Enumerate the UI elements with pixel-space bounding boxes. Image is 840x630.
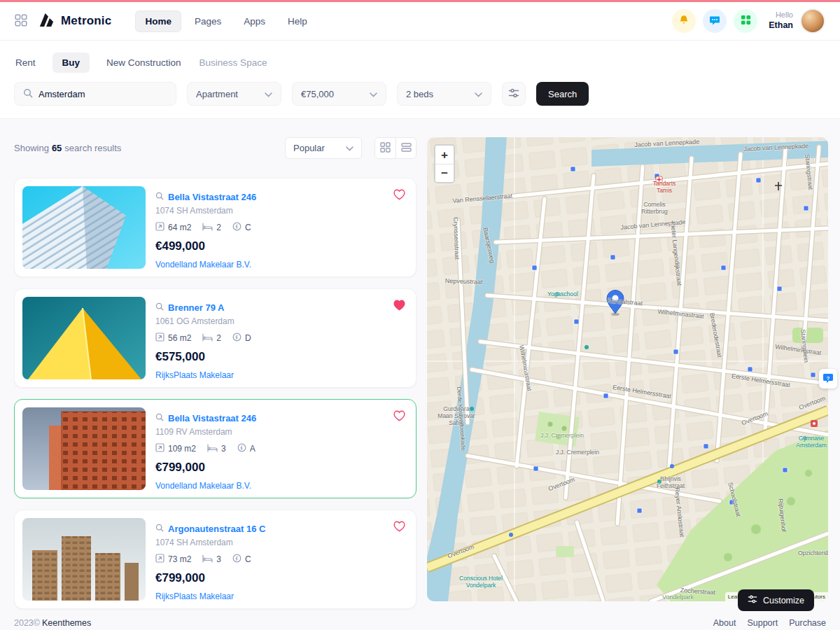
search-input[interactable] (38, 89, 167, 99)
search-filter-row: Apartment €75,000 2 beds Search (14, 82, 826, 106)
results-count-text: Showing 65 search results (14, 143, 121, 153)
zoom-link-icon (155, 413, 164, 424)
chevron-down-icon (265, 89, 272, 99)
nav-item-help[interactable]: Help (279, 11, 316, 31)
map-street-label: Tandarts Tamis (650, 181, 679, 195)
property-photo[interactable] (22, 407, 146, 490)
property-card[interactable]: Bella Vistastraat 246 1109 RV Amsterdam … (14, 399, 416, 498)
energy-value: D (245, 333, 251, 343)
property-photo[interactable] (22, 186, 146, 269)
energy-label-icon (232, 222, 241, 233)
location-search-field[interactable] (14, 82, 176, 106)
property-card[interactable]: Brenner 79 A 1061 OG Amsterdam 56 m2 2 D… (14, 288, 416, 388)
energy-value: C (245, 554, 251, 564)
messages-button[interactable] (703, 9, 727, 33)
property-address: 1074 SH Amsterdam (155, 206, 256, 216)
energy-label-icon (232, 554, 241, 565)
favorite-button[interactable] (393, 299, 406, 313)
property-title-link[interactable]: Brenner 79 A (168, 302, 224, 313)
nav-item-pages[interactable]: Pages (186, 11, 230, 31)
property-title-link[interactable]: Bella Vistastraat 246 (168, 413, 256, 424)
nav-item-home[interactable]: Home (135, 10, 181, 32)
footer-link-about[interactable]: About (713, 618, 736, 628)
area-icon (155, 554, 164, 565)
property-title-link[interactable]: Bella Vistastraat 246 (168, 192, 256, 202)
property-features: 64 m2 2 C (155, 222, 256, 233)
bell-icon (678, 15, 690, 28)
user-avatar[interactable] (800, 8, 825, 34)
brand-name: Metronic (61, 14, 111, 28)
zoom-link-icon (155, 192, 164, 202)
tab-rent[interactable]: Rent (14, 52, 37, 73)
favorite-button[interactable] (393, 410, 406, 424)
chat-bubble-icon (709, 15, 720, 28)
area-icon (155, 443, 164, 454)
copyright: 2023©Keenthemes (14, 618, 91, 628)
notifications-button[interactable] (672, 9, 696, 33)
brand-logo[interactable]: Metronic (38, 12, 111, 30)
list-view-button[interactable] (396, 138, 416, 158)
customize-button[interactable]: Customize (738, 589, 814, 611)
nav-item-apps[interactable]: Apps (234, 11, 274, 31)
agent-link[interactable]: Vondelland Makelaar B.V. (155, 481, 251, 491)
tab-business-space[interactable]: Business Space (198, 52, 269, 73)
beds-select[interactable]: 2 beds (397, 82, 491, 106)
grid-view-button[interactable] (375, 138, 396, 158)
property-title-link[interactable]: Argonautenstraat 16 C (168, 524, 265, 534)
agent-link[interactable]: Vondelland Makelaar B.V. (155, 260, 251, 270)
property-photo[interactable] (22, 297, 146, 379)
tab-buy[interactable]: Buy (52, 52, 90, 73)
property-card[interactable]: Bella Vistastraat 246 1074 SH Amsterdam … (14, 178, 416, 277)
user-greeting: Hello Ethan (769, 10, 793, 31)
heart-icon (393, 524, 406, 534)
agent-link[interactable]: RijksPlaats Makelaar (155, 592, 234, 601)
quick-apps-button[interactable] (734, 9, 757, 33)
footer-link-purchase[interactable]: Purchase (789, 618, 826, 628)
map-street-label: Nepveustraat (445, 277, 483, 286)
apps-grid-outline-icon (15, 14, 27, 29)
property-list: Bella Vistastraat 246 1074 SH Amsterdam … (14, 178, 416, 609)
agent-link[interactable]: RijksPlaats Makelaar (155, 370, 234, 380)
view-toggle (374, 137, 416, 159)
sliders-icon (508, 88, 519, 101)
property-type-select[interactable]: Apartment (187, 82, 281, 106)
property-address: 1061 OG Amsterdam (155, 316, 251, 326)
area-icon (155, 332, 164, 344)
tab-new-construction[interactable]: New Construction (105, 52, 183, 73)
property-card[interactable]: Argonautenstraat 16 C 1074 SH Amsterdam … (14, 510, 416, 609)
advanced-filters-button[interactable] (502, 82, 526, 106)
property-address: 1074 SH Amsterdam (155, 538, 265, 547)
sort-value: Popular (293, 143, 325, 153)
results-count: 65 (52, 143, 62, 153)
map-zoom-control: + − (434, 144, 455, 183)
help-chat-icon: ? (822, 372, 834, 386)
zoom-link-icon (155, 302, 164, 313)
filter-section: Rent Buy New Construction Business Space… (0, 41, 840, 119)
footer-link-support[interactable]: Support (747, 618, 778, 628)
map-street-label: Opzichtersbaan (798, 550, 828, 557)
chevron-down-icon (370, 89, 377, 99)
zoom-in-button[interactable]: + (435, 146, 454, 164)
greeting-hello: Hello (776, 10, 793, 20)
favorite-button[interactable] (393, 188, 406, 202)
main-content: Showing 65 search results Popular (0, 119, 840, 609)
zoom-link-icon (155, 524, 164, 534)
map[interactable]: Jacob van LennepkadeJacob van Lennepkade… (427, 137, 828, 601)
greeting-username: Ethan (769, 20, 793, 31)
apps-launcher-button[interactable] (15, 14, 27, 29)
property-address: 1109 RV Amsterdam (155, 427, 256, 437)
property-photo[interactable] (22, 518, 146, 601)
search-button[interactable]: Search (536, 82, 589, 106)
help-button[interactable]: ? (819, 369, 837, 388)
footer-brand-link[interactable]: Keenthemes (42, 618, 91, 628)
property-features: 109 m2 3 A (155, 443, 256, 454)
property-price: €499,000 (155, 239, 256, 253)
favorite-button[interactable] (393, 520, 406, 534)
grid-view-icon (380, 142, 391, 155)
results-header: Showing 65 search results Popular (14, 137, 416, 159)
listing-type-tabs: Rent Buy New Construction Business Space (14, 52, 826, 73)
heart-icon (393, 413, 406, 424)
price-select[interactable]: €75,000 (292, 82, 386, 106)
zoom-out-button[interactable]: − (435, 164, 454, 182)
sort-select[interactable]: Popular (285, 137, 362, 159)
